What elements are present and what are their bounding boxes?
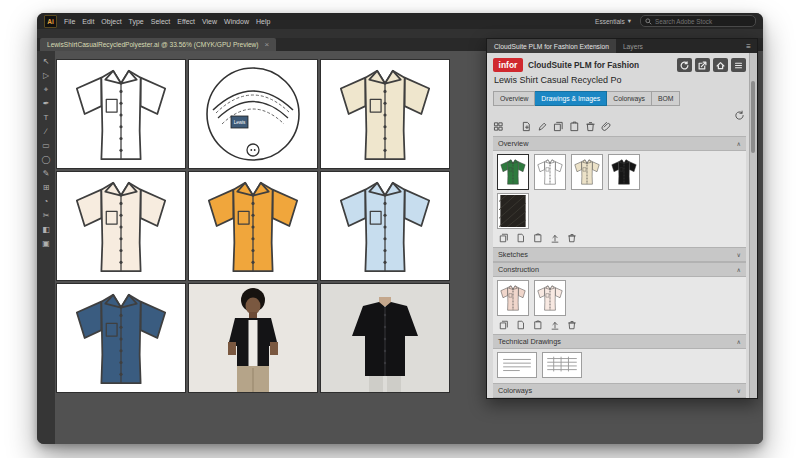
panel-scrollbar[interactable] [749, 53, 757, 398]
thumbnail-green-shirt[interactable] [497, 154, 529, 190]
thumbnail-construction-back[interactable] [534, 280, 566, 316]
section-construction[interactable]: Construction ∧ [493, 262, 746, 277]
tool-ellipse[interactable]: ◯ [39, 153, 53, 166]
tool-magic-wand[interactable]: ⌖ [39, 83, 53, 96]
delete-icon[interactable] [585, 121, 596, 132]
workspace-switcher[interactable]: Essentials ▾ [595, 17, 631, 25]
refresh-icon[interactable] [734, 110, 745, 121]
chevron-down-icon: ∨ [737, 251, 741, 258]
infor-logo: infor [493, 58, 523, 72]
section-technical-drawings[interactable]: Technical Drawings ∧ [493, 334, 746, 349]
paste-icon[interactable] [569, 121, 580, 132]
plm-tab-strip: Overview Drawings & Images Colorways BOM [493, 91, 746, 106]
chevron-up-icon: ∧ [737, 338, 741, 345]
thumbnail-fabric-swatch[interactable] [497, 193, 529, 229]
artboard-shirt-orange[interactable] [189, 172, 317, 280]
artboard-black-shirt-photo[interactable] [321, 284, 449, 392]
section-sketches[interactable]: Sketches ∨ [493, 247, 746, 262]
menu-window[interactable]: Window [224, 18, 249, 25]
tool-grid[interactable]: ⊞ [39, 181, 53, 194]
search-icon [645, 18, 652, 25]
overview-actions [497, 232, 742, 245]
paste-icon[interactable] [533, 233, 543, 243]
menu-view[interactable]: View [202, 18, 217, 25]
search-input[interactable] [655, 18, 751, 25]
upload-icon[interactable] [550, 320, 560, 330]
section-technical-drawings-label: Technical Drawings [498, 337, 561, 346]
open-external-button[interactable] [695, 58, 710, 72]
section-overview-label: Overview [498, 139, 528, 148]
menu-edit[interactable]: Edit [82, 18, 94, 25]
artboard-shirt-lightblue[interactable] [321, 172, 449, 280]
copy-icon[interactable] [499, 233, 509, 243]
artboard-shirt-ivory[interactable] [57, 172, 185, 280]
sync-button[interactable] [677, 58, 692, 72]
tool-pen[interactable]: ✒ [39, 97, 53, 110]
tab-bom[interactable]: BOM [652, 91, 680, 106]
tab-overview[interactable]: Overview [493, 91, 535, 106]
artboard-model-photo[interactable] [189, 284, 317, 392]
thumbnail-white-shirt[interactable] [534, 154, 566, 190]
plm-panel-body: infor CloudSuite PLM for Fashion [486, 53, 758, 399]
artboard-shirt-cream[interactable] [321, 60, 449, 168]
tab-plm-extension[interactable]: CloudSuite PLM for Fashion Extension [487, 39, 616, 54]
menu-select[interactable]: Select [151, 18, 170, 25]
svg-text:Lewis: Lewis [234, 120, 246, 125]
drawings-toolbar [493, 121, 746, 132]
document-icon[interactable] [516, 233, 526, 243]
tool-rectangle[interactable]: ▭ [39, 139, 53, 152]
new-document-icon[interactable] [521, 121, 532, 132]
section-overview[interactable]: Overview ∧ [493, 136, 746, 151]
tool-type[interactable]: T [39, 111, 53, 124]
document-tab[interactable]: LewisShirtCasualRecycledPolyester.ai @ 3… [40, 38, 276, 51]
section-colorways-label: Colorways [498, 386, 532, 395]
tool-gradient[interactable]: ◧ [39, 223, 53, 236]
menu-effect[interactable]: Effect [177, 18, 195, 25]
tool-direct-selection[interactable]: ▷ [39, 69, 53, 82]
panel-settings-button[interactable] [731, 58, 746, 72]
thumbnail-spec-sheet-1[interactable] [497, 352, 537, 378]
tab-colorways[interactable]: Colorways [607, 91, 652, 106]
chevron-down-icon: ▾ [628, 17, 631, 25]
home-button[interactable] [713, 58, 728, 72]
grid-view-icon[interactable] [493, 121, 504, 132]
home-icon [716, 61, 725, 70]
tool-rotate[interactable]: ◔ [39, 195, 53, 208]
artboard-shirt-white[interactable] [57, 60, 185, 168]
paste-icon[interactable] [533, 320, 543, 330]
tool-line[interactable]: ∕ [39, 125, 53, 138]
menu-file[interactable]: File [64, 18, 75, 25]
artboard-shirt-navy[interactable] [57, 284, 185, 392]
thumbnail-construction-front[interactable] [497, 280, 529, 316]
thumbnail-spec-sheet-2[interactable] [542, 352, 582, 378]
attach-icon[interactable] [601, 121, 612, 132]
thumbnail-cream-shirt[interactable] [571, 154, 603, 190]
tab-drawings-images[interactable]: Drawings & Images [535, 91, 607, 106]
style-title: Lewis Shirt Casual Recycled Po [494, 75, 745, 85]
tool-scissors[interactable]: ✂ [39, 209, 53, 222]
scrollbar-thumb[interactable] [751, 81, 755, 153]
close-icon[interactable]: × [265, 41, 270, 49]
menu-type[interactable]: Type [129, 18, 144, 25]
sync-icon [680, 61, 689, 70]
menu-object[interactable]: Object [101, 18, 121, 25]
tool-pencil[interactable]: ✎ [39, 167, 53, 180]
trash-icon[interactable] [567, 320, 577, 330]
trash-icon[interactable] [567, 233, 577, 243]
section-colorways[interactable]: Colorways ∨ [493, 383, 746, 398]
menu-help[interactable]: Help [256, 18, 270, 25]
artboard-collar-detail[interactable]: Lewis [189, 60, 317, 168]
copy-icon[interactable] [499, 320, 509, 330]
tool-selection[interactable]: ↖ [39, 55, 53, 68]
document-icon[interactable] [516, 320, 526, 330]
upload-icon[interactable] [550, 233, 560, 243]
panel-menu-icon[interactable]: ≡ [740, 42, 757, 51]
thumbnail-black-shirt[interactable] [608, 154, 640, 190]
menu-icon [734, 61, 743, 70]
copy-icon[interactable] [553, 121, 564, 132]
tab-layers[interactable]: Layers [616, 39, 650, 54]
tool-artboard[interactable]: ▣ [39, 237, 53, 250]
edit-icon[interactable] [537, 121, 548, 132]
stock-search-box[interactable] [640, 15, 756, 27]
artboard-grid: Lewis [57, 60, 449, 392]
